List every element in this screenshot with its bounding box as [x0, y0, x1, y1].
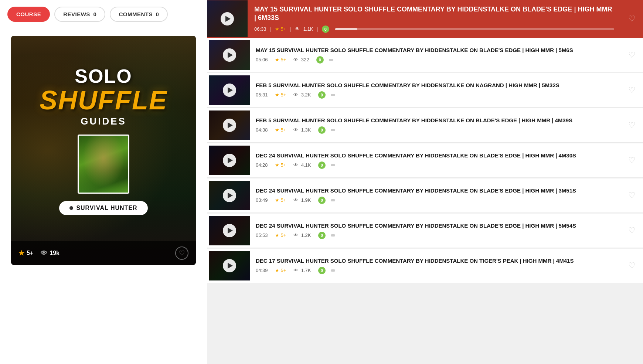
eye-icon: 👁	[41, 249, 47, 257]
comment-badge-2: 0	[318, 91, 326, 99]
video-title-5: DEC 24 SURVIVAL HUNTER SOLO SHUFFLE COMM…	[256, 187, 615, 194]
play-button-4[interactable]	[223, 154, 236, 167]
play-icon	[228, 263, 233, 269]
course-card: SOLO SHUFFLE GUIDES SURVIVAL HUNTER ★ 5+	[11, 36, 196, 265]
course-footer: ★ 5+ 👁 19k ♡	[11, 241, 196, 265]
video-title-2: FEB 5 SURVIVAL HUNTER SOLO SHUFFLE COMME…	[256, 82, 615, 89]
heart-button-3[interactable]: ♡	[621, 120, 643, 130]
video-info-3: FEB 5 SURVIVAL HUNTER SOLO SHUFFLE COMME…	[250, 113, 621, 137]
star-icon: ★ 5+	[275, 232, 286, 238]
video-title-7: DEC 17 SURVIVAL HUNTER SOLO SHUFFLE COMM…	[256, 257, 615, 265]
video-views: 1.7K	[301, 268, 311, 273]
heart-button-2[interactable]: ♡	[621, 85, 643, 95]
spec-label: SURVIVAL HUNTER	[76, 205, 137, 211]
progress-bar-6	[331, 234, 375, 237]
video-thumb-1	[209, 40, 250, 70]
progress-fill-2	[331, 94, 335, 96]
play-icon	[228, 157, 233, 163]
star-icon: ★ 5+	[275, 127, 286, 133]
comment-badge-1: 0	[316, 56, 324, 64]
video-item[interactable]: FEB 5 SURVIVAL HUNTER SOLO SHUFFLE COMME…	[207, 108, 643, 143]
tab-comments[interactable]: COMMENTS 0	[110, 7, 168, 22]
video-list: MAY 15 SURVIVAL HUNTER SOLO SHUFFLE COMM…	[207, 38, 643, 364]
featured-comment-badge: 0	[322, 25, 329, 33]
heart-button-6[interactable]: ♡	[621, 226, 643, 235]
comment-badge-3: 0	[318, 126, 326, 134]
tab-bar: COURSE REVIEWS 0 COMMENTS 0	[0, 0, 207, 28]
portrait-art	[79, 136, 128, 193]
featured-meta: 06:33 | ★ 5+ | 👁 1.1K | 0	[254, 25, 614, 33]
video-duration: 03:49	[256, 197, 268, 203]
tab-course[interactable]: COURSE	[7, 7, 50, 22]
video-title-4: DEC 24 SURVIVAL HUNTER SOLO SHUFFLE COMM…	[256, 152, 615, 159]
video-views: 3.2K	[301, 92, 311, 98]
video-item[interactable]: FEB 5 SURVIVAL HUNTER SOLO SHUFFLE COMME…	[207, 73, 643, 108]
video-item[interactable]: DEC 24 SURVIVAL HUNTER SOLO SHUFFLE COMM…	[207, 178, 643, 213]
left-panel: COURSE REVIEWS 0 COMMENTS 0 SOLO SHUFFLE…	[0, 0, 207, 364]
video-info-7: DEC 17 SURVIVAL HUNTER SOLO SHUFFLE COMM…	[250, 254, 621, 278]
featured-heart-button[interactable]: ♡	[621, 14, 643, 24]
video-info-6: DEC 24 SURVIVAL HUNTER SOLO SHUFFLE COMM…	[250, 218, 621, 243]
progress-fill-1	[329, 59, 333, 61]
heart-button-4[interactable]: ♡	[621, 156, 643, 165]
eye-icon: 👁	[293, 268, 298, 273]
progress-bar-2	[331, 94, 375, 96]
rating-stat: ★ 5+	[18, 249, 33, 257]
course-title-shuffle: SHUFFLE	[40, 87, 167, 113]
progress-fill-5	[331, 199, 335, 201]
video-meta-5: 03:49 | ★ 5+ | 👁 1.9K | 0	[256, 197, 615, 204]
play-button-1[interactable]	[223, 48, 236, 62]
video-meta-2: 05:31 | ★ 5+ | 👁 3.2K | 0	[256, 91, 615, 99]
featured-views: 1.1K	[303, 26, 313, 32]
play-button-5[interactable]	[223, 189, 236, 202]
video-item[interactable]: MAY 15 SURVIVAL HUNTER SOLO SHUFFLE COMM…	[207, 38, 643, 72]
course-heart-button[interactable]: ♡	[175, 246, 188, 260]
course-title-solo: SOLO	[75, 66, 132, 87]
video-thumb-2	[209, 75, 250, 105]
video-views: 4.1K	[301, 162, 311, 168]
heart-button-5[interactable]: ♡	[621, 191, 643, 200]
video-item[interactable]: DEC 24 SURVIVAL HUNTER SOLO SHUFFLE COMM…	[207, 214, 643, 248]
footer-stats: ★ 5+ 👁 19k	[18, 249, 59, 257]
play-button-3[interactable]	[223, 119, 236, 132]
video-item[interactable]: DEC 24 SURVIVAL HUNTER SOLO SHUFFLE COMM…	[207, 143, 643, 178]
video-info-4: DEC 24 SURVIVAL HUNTER SOLO SHUFFLE COMM…	[250, 148, 621, 173]
video-meta-3: 04:38 | ★ 5+ | 👁 1.3K | 0	[256, 126, 615, 134]
play-icon	[228, 52, 233, 58]
star-icon: ★ 5+	[275, 162, 286, 168]
featured-info: MAY 15 SURVIVAL HUNTER SOLO SHUFFLE COMM…	[248, 0, 621, 38]
video-duration: 04:28	[256, 162, 268, 168]
video-item[interactable]: DEC 17 SURVIVAL HUNTER SOLO SHUFFLE COMM…	[207, 249, 643, 283]
video-thumb-4	[209, 146, 250, 175]
play-icon	[228, 193, 233, 198]
progress-fill-3	[331, 129, 335, 131]
heart-button-7[interactable]: ♡	[621, 261, 643, 271]
play-icon	[228, 87, 233, 93]
featured-progress-bar	[335, 28, 614, 30]
video-info-2: FEB 5 SURVIVAL HUNTER SOLO SHUFFLE COMME…	[250, 78, 621, 102]
rating-value: 5+	[27, 250, 33, 256]
play-icon	[228, 228, 233, 234]
play-button-2[interactable]	[223, 84, 236, 97]
tab-reviews[interactable]: REVIEWS 0	[54, 7, 105, 22]
featured-rating: ★ 5+	[275, 26, 286, 32]
featured-duration: 06:33	[254, 26, 266, 32]
video-views: 1.9K	[301, 197, 311, 203]
star-icon: ★ 5+	[275, 197, 286, 203]
play-button-7[interactable]	[223, 259, 236, 272]
video-title-1: MAY 15 SURVIVAL HUNTER SOLO SHUFFLE COMM…	[256, 47, 615, 54]
eye-icon: 👁	[293, 197, 298, 203]
featured-video[interactable]: MAY 15 SURVIVAL HUNTER SOLO SHUFFLE COMM…	[207, 0, 643, 38]
heart-button-1[interactable]: ♡	[621, 50, 643, 60]
video-meta-6: 05:53 | ★ 5+ | 👁 1.2K | 0	[256, 232, 615, 239]
progress-bar-4	[331, 164, 375, 166]
video-views: 322	[301, 57, 309, 62]
eye-icon: 👁	[293, 162, 298, 168]
progress-fill-4	[331, 164, 335, 166]
video-thumb-3	[209, 110, 250, 140]
play-button-6[interactable]	[223, 224, 236, 237]
right-panel: MAY 15 SURVIVAL HUNTER SOLO SHUFFLE COMM…	[207, 0, 643, 364]
views-stat: 👁 19k	[41, 249, 59, 257]
video-duration: 04:39	[256, 268, 268, 273]
progress-fill-7	[331, 269, 335, 272]
